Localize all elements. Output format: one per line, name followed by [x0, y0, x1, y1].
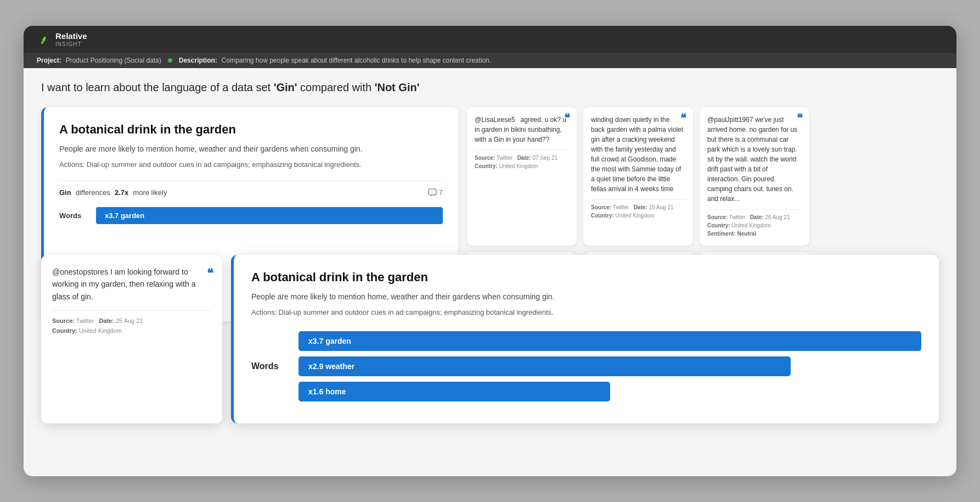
overlay-words-section: Words x3.7 garden x2.9 weather x1.6 home — [251, 331, 921, 401]
chat-count-area: 7 — [428, 188, 443, 197]
quote-icon: ❝ — [797, 113, 803, 124]
headline-dataset2: 'Not Gin' — [375, 81, 420, 93]
tweet-text: @LisaLeese5 agreed. u ok? u in garden in… — [475, 115, 569, 144]
logo: Relative INSIGHT — [37, 31, 87, 47]
overlay-container: ❝ @onestopstores I am looking forward to… — [41, 255, 939, 423]
description-label: Description: — [179, 57, 217, 64]
main-content: I want to learn about the language of a … — [24, 68, 956, 334]
overlay-word-bars: x3.7 garden x2.9 weather x1.6 home — [298, 331, 921, 401]
overlay-card-title: A botanical drink in the garden — [251, 270, 921, 285]
info-bar: Project: Product Positioning (Social dat… — [24, 53, 956, 68]
chat-count: 7 — [439, 188, 443, 197]
tweet-meta: Source: Twitter Date: 07 Sep 21 Country:… — [475, 150, 569, 170]
diff-word: differences — [76, 188, 110, 197]
tweet-meta: Source: Twitter Date: 26 Aug 21 Country:… — [707, 209, 802, 238]
top-nav: Relative INSIGHT — [24, 26, 956, 53]
svg-point-1 — [41, 42, 43, 44]
tweet-card: ❝ @LisaLeese5 agreed. u ok? u in garden … — [467, 107, 577, 246]
word-bar-garden: x3.7 garden — [96, 207, 443, 224]
project-label: Project: — [37, 57, 61, 64]
bar-weather: x2.9 weather — [298, 356, 791, 376]
gin-label: Gin — [59, 188, 71, 197]
description-text: Comparing how people speak about differe… — [222, 57, 491, 64]
logo-text-block: Relative INSIGHT — [55, 31, 87, 47]
logo-name: Relative — [55, 31, 87, 41]
overlay-tweet-text: @onestopstores I am looking forward to w… — [52, 266, 211, 303]
tweet-text: winding down quietly in the back garden … — [591, 115, 685, 194]
logo-sub: INSIGHT — [55, 41, 87, 47]
bar-garden: x3.7 garden — [298, 331, 921, 351]
project-name: Product Positioning (Social data) — [66, 57, 161, 64]
words-row: Words x3.7 garden — [59, 207, 443, 224]
quote-icon: ❝ — [680, 113, 686, 124]
headline-middle: compared with — [300, 81, 375, 93]
quote-icon: ❝ — [564, 113, 570, 124]
tweet-card: ❝ winding down quietly in the back garde… — [583, 107, 693, 246]
overlay-tweet-meta: Source: Twitter Date: 25 Aug 21 Country:… — [52, 310, 211, 336]
diff-bar: Gin differences 2.7x more likely 7 — [59, 180, 443, 197]
overlay-card-actions: Actions: Dial-up summer and outdoor cues… — [251, 307, 921, 318]
overlay-words-row: Words x3.7 garden x2.9 weather x1.6 home — [251, 331, 921, 401]
tweet-card: ❝ @paulJpitt1967 we've just arrived home… — [700, 107, 809, 246]
headline: I want to learn about the language of a … — [41, 81, 939, 94]
card-title: A botanical drink in the garden — [59, 122, 443, 137]
status-dot — [168, 58, 172, 63]
quote-icon: ❝ — [207, 264, 213, 283]
overlay-words-label: Words — [251, 361, 290, 371]
svg-rect-2 — [429, 189, 436, 195]
card-actions: Actions: Dial-up summer and outdoor cues… — [59, 159, 443, 170]
words-label: Words — [59, 211, 89, 220]
overlay-insight-card: A botanical drink in the garden People a… — [231, 255, 939, 423]
tweet-meta: Source: Twitter Date: 15 Aug 21 Country:… — [591, 199, 685, 220]
overlay-tweet-card: ❝ @onestopstores I am looking forward to… — [41, 255, 222, 423]
chat-icon — [428, 188, 437, 197]
tweet-text: @paulJpitt1967 we've just arrived home. … — [707, 115, 802, 204]
diff-more: more likely — [133, 188, 167, 197]
app-window: Relative INSIGHT Project: Product Positi… — [24, 26, 956, 476]
card-desc: People are more likely to mention home, … — [59, 143, 443, 155]
logo-icon — [37, 32, 52, 47]
headline-dataset1: 'Gin' — [274, 81, 297, 93]
bar-home: x1.6 home — [298, 382, 610, 401]
overlay-card-desc: People are more likely to mention home, … — [251, 291, 921, 303]
diff-value: 2.7x — [115, 188, 128, 197]
headline-prefix: I want to learn about the language of a … — [41, 81, 274, 93]
